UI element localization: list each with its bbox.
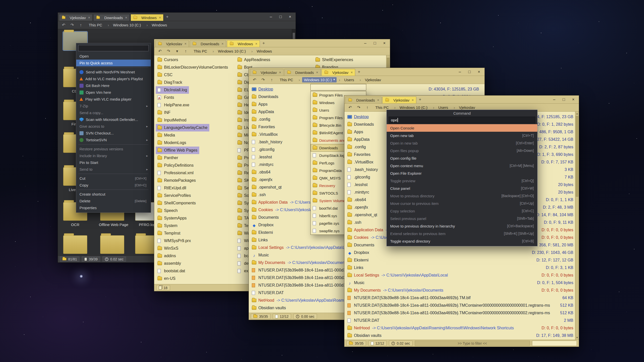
minimize-button[interactable]: – [550,96,559,103]
tab-close-icon[interactable] [125,16,127,20]
context-menu-item[interactable]: Properties [76,204,151,211]
forward-button[interactable]: ↷ [165,48,172,54]
context-menu-item[interactable] [76,143,151,146]
tab[interactable]: Downloads [93,14,130,21]
tab[interactable]: Downloads [345,97,382,103]
palette-item[interactable]: Move cursor to previous item [Ctrl+Up] [387,200,537,207]
breadcrumb-item[interactable]: This PC [374,105,392,110]
context-menu-item[interactable]: Add to VLC media player's Playlist [76,75,151,82]
file-row[interactable]: ModemLogs [156,139,188,147]
file-row[interactable]: HelpPane.exe [156,101,191,109]
file-row[interactable]: ShellExperiences [314,56,355,64]
file-row[interactable]: bootstat.dat [156,267,187,275]
file-row[interactable]: AppReadiness [236,56,272,64]
up-button[interactable]: ↑ [77,22,85,28]
context-menu-item[interactable]: Delete [Delete] [76,198,151,204]
file-row[interactable]: WinSxS [156,245,180,252]
file-row[interactable]: assembly [156,260,183,267]
close-button[interactable]: × [380,39,389,47]
maximize-button[interactable]: □ [465,68,474,76]
file-row[interactable]: DiagTrack [156,79,184,86]
palette-item[interactable]: Toggle expand directory [Ctrl+B] [387,237,537,245]
palette-item[interactable]: Open File Explorer [387,169,537,177]
context-menu-item[interactable] [76,173,151,175]
back-button[interactable]: ↶ [156,48,164,54]
palette-item[interactable]: Open context menu [Ctrl+M] [Menu] [387,162,537,169]
scroll-up-icon[interactable]: ▲ [575,112,579,116]
context-menu-item[interactable] [76,66,151,69]
up-button[interactable]: ↑ [364,105,371,111]
scrollbar-thumb[interactable] [576,116,578,197]
file-row[interactable]: CSC [156,71,174,79]
file-row[interactable]: Music D: 0, F: 1, 504 bytes [347,279,573,287]
minimize-button[interactable]: – [361,39,370,47]
file-row[interactable]: TempInst [156,230,182,237]
quick-path-input[interactable] [532,341,577,346]
file-row[interactable]: NTUSER.DAT{53b39e88-18c4-11ea-a811-000d3… [347,309,573,317]
file-row[interactable]: Dropbox D: 230, F: 1043, 46 GB [347,249,573,256]
context-menu-item[interactable]: Include in library ▸ [76,152,151,159]
maximize-button[interactable]: □ [370,39,379,47]
file-row[interactable]: Cursors [156,56,180,64]
palette-item[interactable]: Open new tab [Ctrl+T] [387,132,537,139]
tab-close-icon[interactable] [377,98,379,102]
breadcrumb-item[interactable]: This PC [192,49,210,54]
new-tab-button[interactable]: + [417,97,423,102]
tab[interactable]: Vjekoslav [250,69,284,76]
new-tab-button[interactable]: + [164,14,171,19]
context-menu-item[interactable]: Give access to ▸ [76,123,151,130]
back-button[interactable]: ↶ [60,22,67,28]
breadcrumb-item[interactable]: This PC [87,22,105,28]
palette-item[interactable]: Open files popup [Alt+Down] [387,147,537,154]
folder-tile[interactable] [99,235,126,255]
tab[interactable]: Vjekoslav [155,40,189,47]
file-row[interactable]: System [156,222,179,230]
file-row[interactable]: SystemApps [156,214,188,222]
context-menu-item[interactable]: Open [76,53,151,60]
file-row[interactable]: Professional.xml [156,169,195,177]
file-row[interactable]: Panther [156,154,180,162]
file-row[interactable]: Obsidian vaults D: 17, F: 149, 38 MB [347,332,573,339]
file-row[interactable]: addins [156,252,178,260]
close-button[interactable]: × [286,13,295,21]
file-row[interactable]: NTUSER.DAT{53b39e88-18c4-11ea-a811-000d3… [347,294,573,302]
context-menu-item[interactable]: Open Vim here [76,89,151,96]
file-row[interactable]: ShellComponents [156,199,197,207]
palette-item[interactable]: Extend selection to previous item [Shift… [387,230,537,237]
forward-button[interactable]: ↷ [68,22,76,28]
file-row[interactable]: BitLockerDiscoveryVolumeContents [156,64,230,71]
back-button[interactable]: ↶ [251,77,258,83]
path-edit-input[interactable] [310,84,366,90]
file-row[interactable]: Links D: 0, F: 3, 1 KB [347,264,573,272]
file-row[interactable]: PolicyDefinitions [156,162,195,169]
file-row[interactable]: InputMethod [156,116,188,124]
breadcrumb-item[interactable]: Users [337,77,357,82]
palette-item[interactable]: Copy selection [Ctrl+C] [387,207,537,215]
breadcrumb-item[interactable]: Windows [249,49,275,54]
breadcrumb-item[interactable]: Vjekoslav [451,105,478,110]
breadcrumb-item[interactable]: Windows 10 (C:) [210,49,249,54]
up-button[interactable]: ↑ [182,48,189,54]
breadcrumb-item[interactable]: Windows [144,22,170,28]
context-menu-item[interactable]: Restore previous versions [76,146,151,152]
history-dropdown-button[interactable]: ▾ [173,48,181,54]
context-menu-item[interactable]: Copy [Ctrl+C] [76,182,151,189]
palette-item[interactable]: Open in new tab [Ctrl+Enter] [387,139,537,147]
tab-close-icon[interactable] [255,42,257,46]
tab-close-icon[interactable] [222,42,224,46]
tab-close-icon[interactable] [88,16,90,20]
tab-close-icon[interactable] [279,70,281,74]
file-row[interactable]: Local Settings -> C:\Users\Vjekoslav\App… [347,272,573,279]
file-row[interactable]: NTUSER.DAT 2 MB [347,317,573,324]
context-menu-item[interactable]: TortoiseSVN ▸ [76,137,151,143]
file-row[interactable]: LanguageOverlayCache [156,124,209,131]
context-menu-item[interactable]: Create shortcut [76,191,151,198]
palette-search-input[interactable]: ope [389,117,535,123]
tab[interactable]: Windows [227,40,260,47]
context-menu-item[interactable]: Pin to Start [76,159,151,166]
up-button[interactable]: ↑ [268,77,275,83]
tab-close-icon[interactable] [159,16,161,20]
breadcrumb-item[interactable]: Windows 10 (C:) [392,105,431,110]
breadcrumb-item[interactable]: Windows 10 (C:)▾ [296,77,337,82]
tab[interactable]: Downloads [284,69,320,76]
